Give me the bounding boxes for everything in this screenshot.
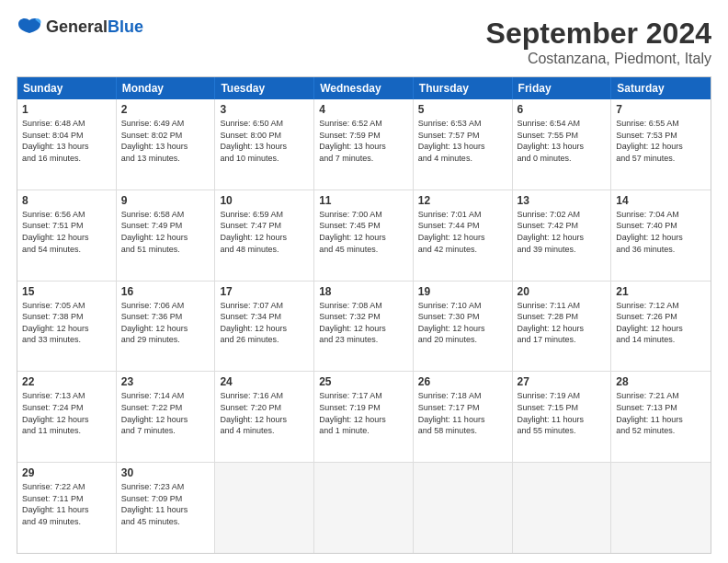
table-row — [215, 463, 314, 553]
table-row: 16Sunrise: 7:06 AMSunset: 7:36 PMDayligh… — [117, 282, 216, 372]
title-block: September 2024 Costanzana, Piedmont, Ita… — [486, 17, 711, 67]
day-number: 9 — [121, 194, 210, 207]
cell-text: Sunrise: 6:54 AMSunset: 7:55 PMDaylight:… — [518, 118, 607, 164]
cell-text: Sunrise: 7:22 AMSunset: 7:11 PMDaylight:… — [22, 481, 111, 527]
cell-text: Sunrise: 6:56 AMSunset: 7:51 PMDaylight:… — [22, 209, 111, 255]
table-row — [611, 463, 711, 553]
cell-text: Sunrise: 7:06 AMSunset: 7:36 PMDaylight:… — [121, 300, 210, 346]
location-title: Costanzana, Piedmont, Italy — [486, 51, 711, 67]
cell-text: Sunrise: 7:11 AMSunset: 7:28 PMDaylight:… — [518, 300, 607, 346]
header-wednesday: Wednesday — [314, 77, 414, 99]
day-number: 2 — [121, 103, 210, 116]
cell-text: Sunrise: 7:12 AMSunset: 7:26 PMDaylight:… — [616, 300, 706, 346]
day-number: 30 — [121, 466, 210, 479]
day-number: 13 — [518, 194, 607, 207]
table-row: 30Sunrise: 7:23 AMSunset: 7:09 PMDayligh… — [117, 463, 216, 553]
calendar-body: 1Sunrise: 6:48 AMSunset: 8:04 PMDaylight… — [17, 99, 711, 553]
day-number: 23 — [121, 375, 210, 388]
day-number: 15 — [22, 285, 111, 298]
table-row: 9Sunrise: 6:58 AMSunset: 7:49 PMDaylight… — [117, 190, 216, 281]
cell-text: Sunrise: 6:48 AMSunset: 8:04 PMDaylight:… — [22, 118, 111, 164]
cell-text: Sunrise: 7:07 AMSunset: 7:34 PMDaylight:… — [220, 300, 309, 346]
day-number: 19 — [418, 285, 507, 298]
day-number: 7 — [616, 103, 706, 116]
table-row: 2Sunrise: 6:49 AMSunset: 8:02 PMDaylight… — [117, 99, 216, 190]
cell-text: Sunrise: 7:02 AMSunset: 7:42 PMDaylight:… — [518, 209, 607, 255]
table-row: 29Sunrise: 7:22 AMSunset: 7:11 PMDayligh… — [17, 463, 117, 553]
week-row-1: 8Sunrise: 6:56 AMSunset: 7:51 PMDaylight… — [17, 190, 711, 282]
week-row-4: 29Sunrise: 7:22 AMSunset: 7:11 PMDayligh… — [17, 463, 711, 553]
cell-text: Sunrise: 6:55 AMSunset: 7:53 PMDaylight:… — [616, 118, 706, 164]
day-number: 6 — [518, 103, 607, 116]
day-number: 29 — [22, 466, 111, 479]
table-row: 4Sunrise: 6:52 AMSunset: 7:59 PMDaylight… — [314, 99, 414, 190]
cell-text: Sunrise: 7:18 AMSunset: 7:17 PMDaylight:… — [418, 390, 507, 436]
table-row: 7Sunrise: 6:55 AMSunset: 7:53 PMDaylight… — [611, 99, 711, 190]
table-row — [314, 463, 414, 553]
cell-text: Sunrise: 7:04 AMSunset: 7:40 PMDaylight:… — [616, 209, 706, 255]
header: GeneralBlue September 2024 Costanzana, P… — [17, 17, 711, 67]
page: GeneralBlue September 2024 Costanzana, P… — [0, 0, 728, 563]
day-number: 24 — [220, 375, 309, 388]
header-friday: Friday — [513, 77, 612, 99]
calendar: Sunday Monday Tuesday Wednesday Thursday… — [17, 76, 711, 554]
day-number: 17 — [220, 285, 309, 298]
day-number: 27 — [518, 375, 607, 388]
cell-text: Sunrise: 6:59 AMSunset: 7:47 PMDaylight:… — [220, 209, 309, 255]
header-monday: Monday — [117, 77, 216, 99]
logo-general: General — [46, 17, 108, 36]
table-row: 6Sunrise: 6:54 AMSunset: 7:55 PMDaylight… — [513, 99, 612, 190]
table-row: 10Sunrise: 6:59 AMSunset: 7:47 PMDayligh… — [215, 190, 314, 281]
day-number: 1 — [22, 103, 111, 116]
day-number: 10 — [220, 194, 309, 207]
cell-text: Sunrise: 7:13 AMSunset: 7:24 PMDaylight:… — [22, 390, 111, 436]
table-row: 19Sunrise: 7:10 AMSunset: 7:30 PMDayligh… — [414, 282, 513, 372]
day-number: 14 — [616, 194, 706, 207]
header-thursday: Thursday — [414, 77, 513, 99]
cell-text: Sunrise: 6:49 AMSunset: 8:02 PMDaylight:… — [121, 118, 210, 164]
cell-text: Sunrise: 7:01 AMSunset: 7:44 PMDaylight:… — [418, 209, 507, 255]
cell-text: Sunrise: 7:19 AMSunset: 7:15 PMDaylight:… — [518, 390, 607, 436]
cell-text: Sunrise: 7:00 AMSunset: 7:45 PMDaylight:… — [319, 209, 408, 255]
table-row: 27Sunrise: 7:19 AMSunset: 7:15 PMDayligh… — [513, 372, 612, 462]
day-number: 25 — [319, 375, 408, 388]
cell-text: Sunrise: 7:10 AMSunset: 7:30 PMDaylight:… — [418, 300, 507, 346]
day-number: 20 — [518, 285, 607, 298]
cell-text: Sunrise: 7:23 AMSunset: 7:09 PMDaylight:… — [121, 481, 210, 527]
table-row: 18Sunrise: 7:08 AMSunset: 7:32 PMDayligh… — [314, 282, 414, 372]
table-row: 21Sunrise: 7:12 AMSunset: 7:26 PMDayligh… — [611, 282, 711, 372]
table-row: 11Sunrise: 7:00 AMSunset: 7:45 PMDayligh… — [314, 190, 414, 281]
cell-text: Sunrise: 6:52 AMSunset: 7:59 PMDaylight:… — [319, 118, 408, 164]
logo-blue: Blue — [108, 17, 143, 36]
cell-text: Sunrise: 7:16 AMSunset: 7:20 PMDaylight:… — [220, 390, 309, 436]
month-title: September 2024 — [486, 17, 711, 51]
cell-text: Sunrise: 7:21 AMSunset: 7:13 PMDaylight:… — [616, 390, 706, 436]
cell-text: Sunrise: 7:05 AMSunset: 7:38 PMDaylight:… — [22, 300, 111, 346]
day-number: 11 — [319, 194, 408, 207]
cell-text: Sunrise: 6:58 AMSunset: 7:49 PMDaylight:… — [121, 209, 210, 255]
week-row-3: 22Sunrise: 7:13 AMSunset: 7:24 PMDayligh… — [17, 372, 711, 463]
week-row-0: 1Sunrise: 6:48 AMSunset: 8:04 PMDaylight… — [17, 99, 711, 190]
day-number: 22 — [22, 375, 111, 388]
table-row: 20Sunrise: 7:11 AMSunset: 7:28 PMDayligh… — [513, 282, 612, 372]
header-tuesday: Tuesday — [215, 77, 314, 99]
table-row — [414, 463, 513, 553]
table-row: 24Sunrise: 7:16 AMSunset: 7:20 PMDayligh… — [215, 372, 314, 462]
day-number: 8 — [22, 194, 111, 207]
day-number: 5 — [418, 103, 507, 116]
table-row — [513, 463, 612, 553]
table-row: 22Sunrise: 7:13 AMSunset: 7:24 PMDayligh… — [17, 372, 117, 462]
cell-text: Sunrise: 7:08 AMSunset: 7:32 PMDaylight:… — [319, 300, 408, 346]
table-row: 5Sunrise: 6:53 AMSunset: 7:57 PMDaylight… — [414, 99, 513, 190]
table-row: 3Sunrise: 6:50 AMSunset: 8:00 PMDaylight… — [215, 99, 314, 190]
logo: GeneralBlue — [17, 17, 143, 37]
table-row: 8Sunrise: 6:56 AMSunset: 7:51 PMDaylight… — [17, 190, 117, 281]
week-row-2: 15Sunrise: 7:05 AMSunset: 7:38 PMDayligh… — [17, 282, 711, 373]
table-row: 25Sunrise: 7:17 AMSunset: 7:19 PMDayligh… — [314, 372, 414, 462]
day-number: 26 — [418, 375, 507, 388]
table-row: 17Sunrise: 7:07 AMSunset: 7:34 PMDayligh… — [215, 282, 314, 372]
cell-text: Sunrise: 7:17 AMSunset: 7:19 PMDaylight:… — [319, 390, 408, 436]
table-row: 28Sunrise: 7:21 AMSunset: 7:13 PMDayligh… — [611, 372, 711, 462]
table-row: 12Sunrise: 7:01 AMSunset: 7:44 PMDayligh… — [414, 190, 513, 281]
table-row: 14Sunrise: 7:04 AMSunset: 7:40 PMDayligh… — [611, 190, 711, 281]
